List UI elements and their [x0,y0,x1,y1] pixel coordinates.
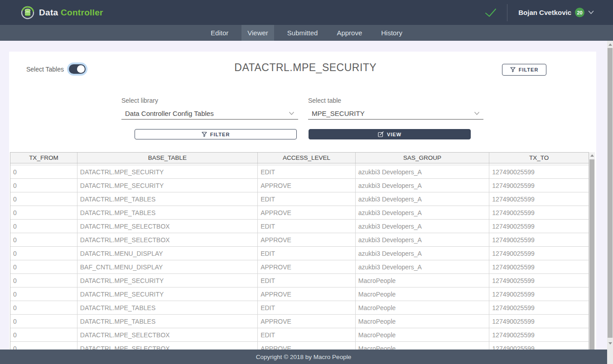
column-header-access_level[interactable]: ACCESS_LEVEL [258,153,356,163]
table-row[interactable]: 0DATACTRL.MPE_SELECTBOXAPPROVEMacroPeopl… [10,342,589,350]
tab-viewer[interactable]: Viewer [241,25,274,41]
table-cell: 127490025599 [489,274,589,287]
scroll-up-icon[interactable] [589,152,595,159]
table-row[interactable]: 0DATACTRL.MPE_SELECTBOXEDITazukbi3 Devel… [10,220,589,233]
table-cell: APPROVE [258,260,356,273]
table-cell: APPROVE [258,287,356,301]
table-cell: APPROVE [258,342,356,350]
table-cell: 0 [10,301,77,314]
filter-button-top[interactable]: FILTER [502,64,546,76]
table-row[interactable]: 0DATACTRL.MPE_TABLESAPPROVEMacroPeople12… [10,315,589,328]
table-cell [489,163,589,165]
table-cell: 0 [10,192,77,206]
table-row[interactable]: 0DATACTRL.MPE_SECURITYAPPROVEazukbi3 Dev… [10,179,589,192]
table-row[interactable]: 0DATACTRL.MPE_SECURITYEDITMacroPeople127… [10,274,589,287]
table-cell: 127490025599 [489,165,589,178]
header-divider [507,4,507,21]
footer: Copyright © 2018 by Macro People [0,350,607,364]
table-scrollbar[interactable] [589,152,595,350]
funnel-icon [202,132,207,137]
table-cell: 127490025599 [489,328,589,341]
table-scrollbar-thumb[interactable] [589,159,594,350]
table-cell: MacroPeople [356,301,490,314]
app-header: Data Controller Bojan Cvetkovic 20 [0,0,613,25]
table-cell: DATACTRL.MPE_TABLES [77,192,258,206]
brand-word-data: Data [39,8,58,17]
user-name: Bojan Cvetkovic [518,9,571,16]
page-scrollbar-thumb[interactable] [608,48,613,338]
table-cell: 0 [10,260,77,273]
table-row[interactable]: 0BAF_CNTL.MENU_DISPLAYAPPROVEazukbi3 Dev… [10,260,589,274]
table-select-group: Select table MPE_SECURITY [308,97,483,120]
table-cell: MacroPeople [356,342,490,350]
funnel-icon [510,67,516,72]
main-nav: EditorViewerSubmittedApproveHistory [0,25,613,41]
table-cell: 0 [10,274,77,287]
table-cell: azukbi3 Developers_A [356,192,490,206]
tab-approve[interactable]: Approve [331,25,368,41]
user-menu[interactable]: Bojan Cvetkovic 20 [518,8,594,17]
content-card: Select Tables DATACTRL.MPE_SECURITY FILT… [9,52,596,350]
select-tables-toggle[interactable] [69,64,86,74]
library-select-value: Data Controller Config Tables [125,110,214,117]
table-cell: EDIT [258,328,356,341]
table-select-value: MPE_SECURITY [312,110,365,117]
toggle-knob [77,65,85,73]
table-select[interactable]: MPE_SECURITY [308,107,483,120]
filter-button-label: FILTER [210,132,230,137]
tab-editor[interactable]: Editor [205,25,234,41]
table-header-row: TX_FROMBASE_TABLEACCESS_LEVELSAS_GROUPTX… [10,153,589,163]
table-cell: EDIT [258,165,356,178]
table-cell: APPROVE [258,206,356,219]
table-row[interactable]: 0DATACTRL.MENU_DISPLAYEDITazukbi3 Develo… [10,247,589,260]
table-cell: DATACTRL.MPE_TABLES [77,206,258,219]
scroll-down-icon[interactable] [607,340,613,346]
table-cell: 127490025599 [489,315,589,328]
table-cell: DATACTRL.MPE_SECURITY [77,179,258,192]
library-select[interactable]: Data Controller Config Tables [121,107,298,120]
table-cell: 127490025599 [489,301,589,314]
table-cell: APPROVE [258,315,356,328]
table-row[interactable]: 0DATACTRL.MPE_SECURITYEDITazukbi3 Develo… [10,165,589,179]
table-cell: DATACTRL.MPE_SECURITY [77,165,258,178]
table-cell: 127490025599 [489,220,589,233]
table-cell [10,163,77,165]
brand-word-controller: Controller [61,8,103,17]
brand-logo: Data Controller [0,5,103,20]
table-cell: APPROVE [258,179,356,192]
table-cell: azukbi3 Developers_A [356,260,490,273]
user-badge: 20 [575,8,584,17]
table-cell: 0 [10,315,77,328]
table-cell: MacroPeople [356,274,490,287]
table-cell: MacroPeople [356,328,490,341]
page-title: DATACTRL.MPE_SECURITY [234,62,376,74]
table-row[interactable]: 0DATACTRL.MPE_SELECTBOXAPPROVEazukbi3 De… [10,233,589,247]
column-header-tx_to[interactable]: TX_TO [489,153,589,163]
tab-submitted[interactable]: Submitted [281,25,324,41]
table-cell: 0 [10,247,77,260]
table-row[interactable]: 0DATACTRL.MPE_TABLESAPPROVEazukbi3 Devel… [10,206,589,220]
database-logo-icon [20,5,35,20]
table-cell: DATACTRL.MPE_SELECTBOX [77,328,258,341]
chevron-down-icon [289,111,294,115]
column-header-sas_group[interactable]: SAS_GROUP [356,153,490,163]
header-right: Bojan Cvetkovic 20 [484,4,613,21]
page-scrollbar[interactable] [607,41,613,364]
table-cell: 127490025599 [489,260,589,273]
table-cell: azukbi3 Developers_A [356,165,490,178]
view-button[interactable]: VIEW [309,129,471,139]
table-row[interactable]: 0DATACTRL.MPE_TABLESEDITMacroPeople12749… [10,301,589,315]
table-cell [356,163,490,165]
table-row[interactable]: 0DATACTRL.MPE_SELECTBOXEDITMacroPeople12… [10,328,589,342]
table-row[interactable]: 0DATACTRL.MPE_SECURITYAPPROVEMacroPeople… [10,287,589,301]
column-header-tx_from[interactable]: TX_FROM [10,153,77,163]
table-cell: 0 [10,179,77,192]
filter-button[interactable]: FILTER [135,129,297,139]
column-header-base_table[interactable]: BASE_TABLE [77,153,258,163]
scroll-up-icon[interactable] [607,42,613,47]
table-cell: 127490025599 [489,342,589,350]
table-cell: 127490025599 [489,247,589,260]
table-cell: 127490025599 [489,287,589,301]
tab-history[interactable]: History [375,25,408,41]
table-row[interactable]: 0DATACTRL.MPE_TABLESEDITazukbi3 Develope… [10,192,589,206]
